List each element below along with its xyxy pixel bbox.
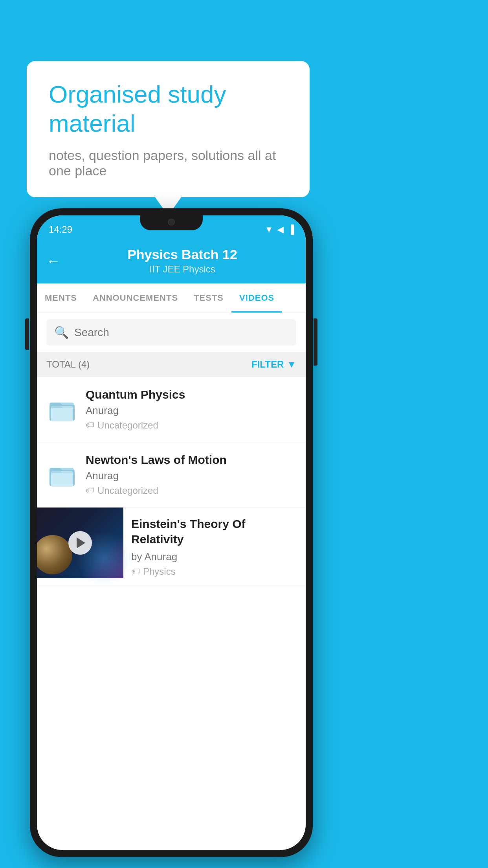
filter-button[interactable]: FILTER ▼ bbox=[251, 359, 296, 370]
tab-announcements[interactable]: ANNOUNCEMENTS bbox=[85, 283, 186, 313]
tag-label: Uncategorized bbox=[97, 485, 158, 496]
speech-bubble: Organised study material notes, question… bbox=[27, 61, 310, 197]
play-button[interactable] bbox=[68, 531, 92, 555]
phone-inner: 14:29 ▼ ◀ ▐ ← Physics Batch 12 IIT JEE P… bbox=[37, 215, 306, 850]
phone-notch bbox=[140, 215, 203, 230]
header-subtitle: IIT JEE Physics bbox=[68, 264, 296, 275]
bubble-subtitle: notes, question papers, solutions all at… bbox=[49, 148, 288, 178]
video-info: Einstein's Theory Of Relativity by Anura… bbox=[123, 508, 306, 586]
header-text: Physics Batch 12 IIT JEE Physics bbox=[68, 247, 296, 275]
video-tag: 🏷 Physics bbox=[131, 566, 298, 577]
folder-icon-wrap bbox=[46, 459, 78, 491]
video-info: Quantum Physics Anurag 🏷 Uncategorized bbox=[86, 388, 296, 431]
tag-icon: 🏷 bbox=[86, 485, 94, 496]
search-container: 🔍 bbox=[37, 313, 306, 352]
phone-mockup: 14:29 ▼ ◀ ▐ ← Physics Batch 12 IIT JEE P… bbox=[30, 208, 313, 857]
video-title: Quantum Physics bbox=[86, 388, 296, 401]
search-icon: 🔍 bbox=[54, 326, 69, 339]
video-title: Newton's Laws of Motion bbox=[86, 453, 296, 467]
folder-icon-wrap bbox=[46, 394, 78, 425]
speech-bubble-container: Organised study material notes, question… bbox=[27, 61, 310, 197]
video-thumbnail bbox=[37, 508, 123, 578]
tabs-bar: MENTS ANNOUNCEMENTS TESTS VIDEOS bbox=[37, 283, 306, 313]
video-info: Newton's Laws of Motion Anurag 🏷 Uncateg… bbox=[86, 453, 296, 496]
signal-icon: ◀ bbox=[277, 224, 284, 235]
tag-icon: 🏷 bbox=[86, 420, 94, 430]
header-title: Physics Batch 12 bbox=[68, 247, 296, 262]
list-item[interactable]: Einstein's Theory Of Relativity by Anura… bbox=[37, 508, 306, 586]
list-item[interactable]: Newton's Laws of Motion Anurag 🏷 Uncateg… bbox=[37, 442, 306, 508]
phone-outer: 14:29 ▼ ◀ ▐ ← Physics Batch 12 IIT JEE P… bbox=[30, 208, 313, 857]
list-item[interactable]: Quantum Physics Anurag 🏷 Uncategorized bbox=[37, 377, 306, 442]
tag-label: Physics bbox=[143, 566, 176, 577]
total-label: TOTAL (4) bbox=[46, 359, 90, 370]
battery-icon: ▐ bbox=[288, 224, 294, 235]
video-author: by Anurag bbox=[131, 551, 298, 563]
filter-label: FILTER bbox=[251, 359, 284, 370]
play-triangle-icon bbox=[77, 537, 85, 548]
folder-icon bbox=[48, 462, 76, 488]
video-tag: 🏷 Uncategorized bbox=[86, 485, 296, 496]
video-list: Quantum Physics Anurag 🏷 Uncategorized bbox=[37, 377, 306, 586]
tab-ments[interactable]: MENTS bbox=[37, 283, 85, 313]
filter-icon: ▼ bbox=[287, 359, 296, 370]
status-time: 14:29 bbox=[49, 224, 72, 235]
back-button[interactable]: ← bbox=[46, 253, 61, 269]
tab-videos[interactable]: VIDEOS bbox=[231, 283, 282, 313]
planet-decoration bbox=[37, 535, 72, 574]
tag-label: Uncategorized bbox=[97, 420, 158, 431]
filter-bar: TOTAL (4) FILTER ▼ bbox=[37, 352, 306, 377]
video-author: Anurag bbox=[86, 470, 296, 482]
folder-icon bbox=[48, 396, 76, 423]
search-input[interactable] bbox=[74, 326, 288, 339]
video-author: Anurag bbox=[86, 405, 296, 417]
search-bar: 🔍 bbox=[46, 319, 296, 346]
phone-camera bbox=[168, 219, 175, 226]
app-header: ← Physics Batch 12 IIT JEE Physics bbox=[37, 240, 306, 283]
tag-icon: 🏷 bbox=[131, 566, 140, 577]
video-title: Einstein's Theory Of Relativity bbox=[131, 516, 298, 547]
bubble-title: Organised study material bbox=[49, 80, 288, 138]
tab-tests[interactable]: TESTS bbox=[186, 283, 231, 313]
wifi-icon: ▼ bbox=[265, 224, 273, 235]
video-tag: 🏷 Uncategorized bbox=[86, 420, 296, 431]
status-icons: ▼ ◀ ▐ bbox=[265, 224, 294, 235]
